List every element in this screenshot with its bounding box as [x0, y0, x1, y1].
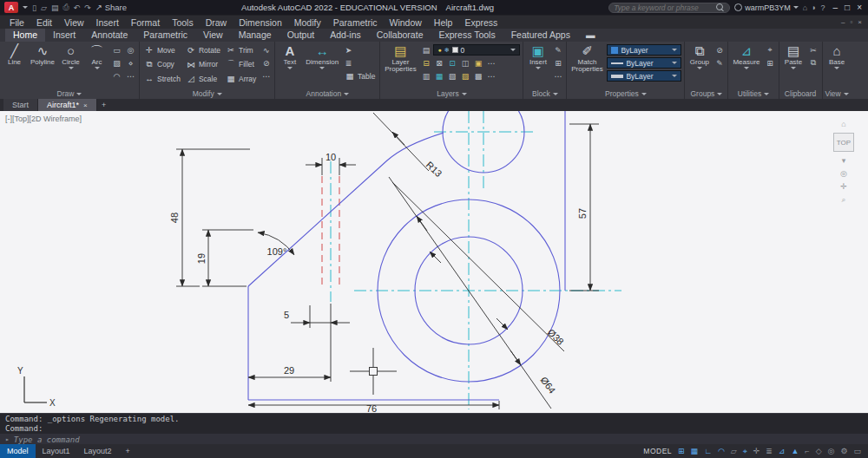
viewcube-home-icon[interactable]: ⌂ — [841, 120, 845, 128]
menu-help[interactable]: Help — [428, 17, 459, 28]
new-layout-button[interactable]: + — [119, 444, 137, 458]
more-block-icon[interactable]: ⋯ — [552, 70, 563, 82]
dimension-texts[interactable]: 48 19 10 5 29 76 57 109° R13 Ø38 Ø64 — [169, 152, 588, 413]
panel-label-view[interactable]: View — [823, 88, 852, 99]
tab-add-ins[interactable]: Add-ins — [322, 29, 369, 42]
tab-view[interactable]: View — [195, 29, 231, 42]
tab-home[interactable]: Home — [5, 29, 45, 42]
mirror-tool-button[interactable]: ⋈Mirror — [184, 58, 222, 71]
tab-insert[interactable]: Insert — [45, 29, 83, 42]
ribbon-display-toggle-icon[interactable]: ▬ — [578, 29, 603, 42]
dim-text-10[interactable]: 10 — [326, 152, 336, 162]
rotate-tool-button[interactable]: ⟳Rotate — [184, 43, 222, 56]
ungroup-icon[interactable]: ⊘ — [713, 44, 725, 56]
hatch-icon[interactable]: ▨ — [111, 57, 122, 69]
rectangle-icon[interactable]: ▭ — [111, 44, 122, 56]
spline-icon[interactable]: ◠ — [111, 70, 122, 82]
multileader-icon[interactable]: ➤ — [343, 44, 354, 56]
dim-text-76[interactable]: 76 — [366, 403, 377, 413]
search-icon[interactable] — [716, 3, 725, 12]
array-tool-button[interactable]: ▦Array — [224, 72, 258, 85]
group-edit-icon[interactable]: ✎ — [713, 57, 725, 69]
more-draw-icon[interactable]: ⋯ — [125, 70, 136, 82]
file-tab-start[interactable]: Start — [3, 99, 38, 111]
save-icon[interactable]: ▤ — [51, 3, 59, 12]
zoom-extents-icon[interactable]: ⌕ — [841, 195, 845, 205]
layer-prev-icon[interactable]: ▩ — [472, 70, 483, 82]
panel-label-draw[interactable]: Draw — [0, 88, 139, 99]
arc-tool-button[interactable]: ⌒ Arc — [85, 43, 108, 87]
tab-express-tools[interactable]: Express Tools — [431, 29, 503, 42]
trim-tool-button[interactable]: ✂Trim — [224, 43, 258, 56]
ellipse-icon[interactable]: ◎ — [125, 44, 136, 56]
polar-tracking-icon[interactable]: ◠ — [718, 447, 725, 455]
fillet-tool-button[interactable]: ⌒Fillet — [224, 58, 258, 71]
panel-label-annotation[interactable]: Annotation — [275, 88, 379, 99]
snap-tracking-icon[interactable]: ✛ — [753, 447, 760, 455]
doc-close-icon[interactable]: × — [858, 18, 862, 26]
maximize-icon[interactable]: □ — [845, 3, 850, 12]
line-tool-button[interactable]: ╱ Line — [3, 43, 26, 87]
tab-layout2[interactable]: Layout2 — [77, 444, 119, 458]
dimension-tool-button[interactable]: ↔ Dimension — [304, 43, 340, 87]
doc-minimize-icon[interactable]: – — [841, 18, 845, 26]
linetype-select[interactable]: ByLayer — [607, 57, 681, 69]
clean-screen-icon[interactable]: ▭ — [853, 447, 861, 455]
drawing-canvas[interactable]: [-][Top][2D Wireframe] ⌂ TOP ▾ ◎ ✛ ⌕ — [0, 111, 868, 413]
customization-gear-icon[interactable]: ⚙ — [840, 447, 847, 455]
copy-tool-button[interactable]: ⧉Copy — [142, 58, 182, 71]
share-button[interactable]: ↗ Share — [95, 3, 127, 12]
scale-tool-button[interactable]: ◿Scale — [184, 72, 222, 85]
erase-icon[interactable]: ⊘ — [260, 57, 272, 69]
lineweight-display-icon[interactable]: ≣ — [766, 447, 773, 455]
app-store-icon[interactable]: ⌂ — [803, 3, 807, 12]
workspace-icon[interactable]: ⌐ — [805, 447, 809, 455]
id-point-icon[interactable]: ⌖ — [765, 44, 776, 56]
match-properties-button[interactable]: ✐ Match Properties — [569, 43, 604, 87]
panel-label-groups[interactable]: Groups — [685, 88, 727, 99]
panel-label-properties[interactable]: Properties — [567, 88, 684, 99]
layer-thaw-icon[interactable]: ▦ — [433, 70, 444, 82]
grid-toggle-icon[interactable]: ⊞ — [678, 447, 685, 455]
app-menu-caret-icon[interactable] — [23, 6, 28, 9]
layer-select[interactable]: ● ❄ 0 — [433, 44, 520, 56]
panel-label-modify[interactable]: Modify — [140, 88, 274, 99]
tab-layout1[interactable]: Layout1 — [36, 444, 77, 458]
circle-tool-button[interactable]: ○ Circle — [59, 43, 82, 87]
isolate-objects-icon[interactable]: ◎ — [828, 447, 835, 455]
dim-text-19[interactable]: 19 — [196, 253, 207, 264]
layer-unlock-icon[interactable]: ▧ — [446, 70, 457, 82]
menu-edit[interactable]: Edit — [30, 17, 58, 28]
layer-isolate-icon[interactable]: ⊠ — [433, 57, 444, 69]
dim-text-57[interactable]: 57 — [577, 208, 588, 219]
dim-text-48[interactable]: 48 — [169, 213, 180, 223]
close-icon[interactable]: × — [857, 3, 862, 12]
redo-icon[interactable]: ↷ — [84, 3, 91, 12]
layer-properties-button[interactable]: ▤ Layer Properties — [383, 43, 418, 87]
file-tab-close-icon[interactable]: × — [83, 101, 88, 109]
menu-tools[interactable]: Tools — [166, 17, 200, 28]
viewcube-top-button[interactable]: TOP — [833, 133, 854, 152]
menu-express[interactable]: Express — [458, 17, 503, 28]
more-modify-icon[interactable]: ⋯ — [260, 70, 272, 82]
layer-state-icon[interactable]: ▤ — [420, 44, 431, 56]
dimensions[interactable] — [176, 113, 599, 409]
object-snap-icon[interactable]: ⌖ — [743, 447, 747, 456]
isometric-drafting-icon[interactable]: ▱ — [731, 447, 737, 455]
tab-model[interactable]: Model — [0, 444, 36, 458]
annotation-styles-icon[interactable]: ≣ — [343, 57, 354, 69]
part-geometry[interactable] — [248, 111, 565, 400]
dim-text-d38[interactable]: Ø38 — [546, 327, 566, 347]
ortho-toggle-icon[interactable]: ∟ — [704, 447, 712, 455]
annotation-scale-icon[interactable]: ▲ — [791, 447, 799, 455]
open-file-icon[interactable]: ▱ — [41, 3, 47, 12]
model-space-toggle[interactable]: MODEL — [643, 447, 672, 455]
undo-icon[interactable]: ↶ — [74, 3, 81, 12]
tab-featured-apps[interactable]: Featured Apps — [503, 29, 578, 42]
layer-current-icon[interactable]: ▨ — [459, 70, 470, 82]
block-edit-icon[interactable]: ✎ — [552, 44, 563, 56]
dim-text-r13[interactable]: R13 — [424, 160, 444, 180]
tab-collaborate[interactable]: Collaborate — [369, 29, 431, 42]
new-file-icon[interactable]: ▯ — [32, 3, 36, 12]
panel-label-clipboard[interactable]: Clipboard — [779, 88, 822, 99]
